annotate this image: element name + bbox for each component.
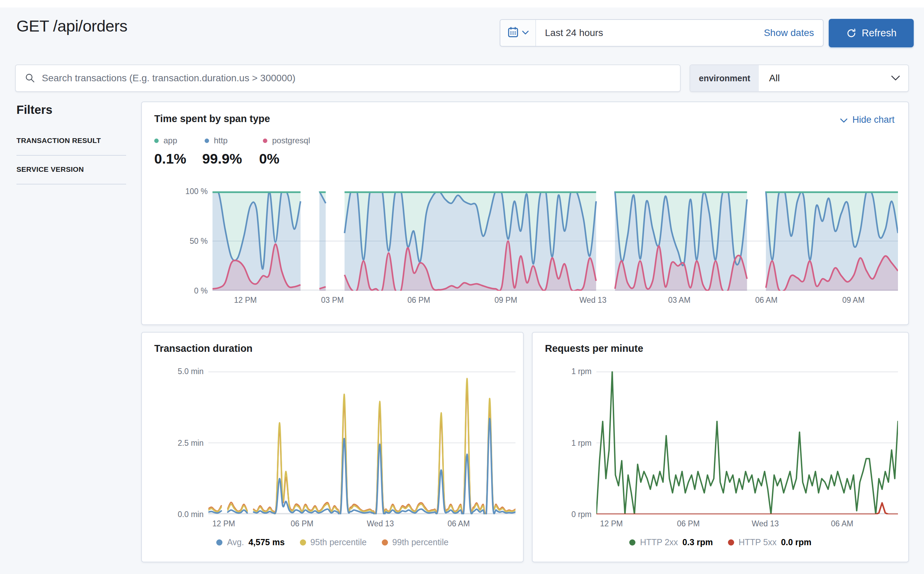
legend-value: 4,575 ms (249, 537, 285, 547)
span-legend-item[interactable]: app (154, 136, 205, 145)
rpm-chart-legend: HTTP 2xx0.3 rpmHTTP 5xx0.0 rpm (533, 537, 908, 547)
legend-label: http (214, 136, 228, 145)
legend-label: postgresql (272, 136, 310, 145)
filter-section-transaction-result: TRANSACTION RESULT (16, 136, 126, 145)
refresh-icon (846, 28, 857, 39)
legend-item[interactable]: 99th percentile (382, 537, 449, 547)
requests-per-minute-chart: 1 rpm1 rpm0 rpm 12 PM06 PMWed 1306 AM (544, 371, 898, 533)
legend-label: Avg. (227, 537, 244, 547)
refresh-button[interactable]: Refresh (829, 19, 914, 47)
hide-chart-link[interactable]: Hide chart (840, 115, 894, 125)
span-chart-plot[interactable] (213, 191, 898, 291)
y-axis-label: 100 % (186, 187, 208, 196)
y-axis-label: 1 rpm (571, 367, 592, 376)
show-dates-link[interactable]: Show dates (764, 20, 823, 46)
legend-dot-icon (728, 539, 734, 546)
duration-chart-title: Transaction duration (154, 343, 253, 354)
top-strip (0, 0, 924, 8)
calendar-icon (507, 26, 519, 40)
span-type-chart: 100 %50 %0 % 12 PM03 PM06 PM09 PMWed 130… (154, 191, 898, 310)
legend-item[interactable]: HTTP 2xx0.3 rpm (629, 537, 713, 547)
legend-item[interactable]: HTTP 5xx0.0 rpm (728, 537, 812, 547)
y-axis-label: 0.0 min (178, 510, 203, 519)
x-axis-label: 06 PM (677, 519, 699, 528)
legend-dot-icon (382, 539, 388, 546)
duration-chart-plot[interactable] (208, 371, 515, 514)
divider (16, 184, 126, 184)
x-axis-label: 06 AM (755, 296, 777, 305)
x-axis-label: 09 AM (842, 296, 864, 305)
x-axis: 12 PM03 PM06 PM09 PMWed 1303 AM06 AM09 A… (213, 296, 898, 306)
duration-chart-legend: Avg.4,575 ms95th percentile99th percenti… (142, 537, 523, 547)
x-axis-label: 12 PM (234, 296, 257, 305)
y-axis-label: 50 % (190, 237, 208, 246)
x-axis-label: 03 PM (321, 296, 344, 305)
filters-heading: Filters (16, 103, 126, 117)
environment-select-value[interactable]: All (759, 65, 891, 91)
apm-transaction-page: GET /api/orders Last 24 hours Show dates… (0, 0, 924, 574)
divider (16, 155, 126, 156)
x-axis-label: 06 PM (291, 519, 313, 528)
legend-label: HTTP 5xx (738, 537, 777, 547)
span-percentage-value: 99.9% (202, 151, 259, 167)
y-axis: 1 rpm1 rpm0 rpm (544, 371, 597, 514)
legend-item[interactable]: Avg.4,575 ms (216, 537, 285, 547)
legend-value: 0.3 rpm (682, 537, 713, 547)
span-percentage-value: 0% (259, 151, 279, 167)
x-axis-label: 06 AM (831, 519, 853, 528)
legend-dot-icon (263, 139, 267, 143)
chevron-down-icon (891, 65, 908, 91)
x-axis-label: 12 PM (600, 519, 623, 528)
filter-section-service-version: SERVICE VERSION (16, 165, 126, 173)
date-picker[interactable]: Last 24 hours Show dates (500, 19, 823, 47)
x-axis-label: 06 AM (448, 519, 470, 528)
environment-select-label: environment (690, 65, 759, 91)
y-axis: 100 %50 %0 % (154, 191, 213, 291)
refresh-label: Refresh (862, 27, 897, 39)
y-axis-label: 2.5 min (178, 438, 203, 448)
legend-dot-icon (154, 139, 159, 143)
span-legend-item[interactable]: postgresql (263, 136, 310, 145)
legend-label: HTTP 2xx (640, 537, 678, 547)
date-picker-menu-button[interactable] (501, 20, 536, 46)
span-legend-item[interactable]: http (205, 136, 263, 145)
span-percentages: 0.1%99.9%0% (154, 151, 279, 167)
legend-dot-icon (205, 139, 209, 143)
search-bar (15, 65, 681, 92)
legend-dot-icon (629, 539, 636, 546)
legend-label: 99th percentile (392, 537, 449, 547)
filters-panel: Filters TRANSACTION RESULT SERVICE VERSI… (16, 103, 126, 184)
search-icon (25, 73, 36, 84)
span-chart-legend: apphttppostgresql (154, 136, 310, 145)
page-title: GET /api/orders (16, 16, 127, 35)
y-axis-label: 0 % (194, 286, 208, 296)
x-axis-label: Wed 13 (367, 519, 394, 528)
x-axis: 12 PM06 PMWed 1306 AM (597, 519, 898, 530)
x-axis-label: 12 PM (213, 519, 235, 528)
x-axis-label: 09 PM (494, 296, 517, 305)
rpm-chart-plot[interactable] (597, 371, 898, 514)
chevron-down-icon (840, 115, 848, 125)
legend-dot-icon (300, 539, 306, 546)
x-axis-label: Wed 13 (579, 296, 607, 305)
legend-label: 95th percentile (310, 537, 367, 547)
span-chart-title: Time spent by span type (154, 113, 270, 125)
y-axis-label: 1 rpm (571, 438, 592, 448)
chevron-down-icon (522, 30, 529, 36)
span-percentage-value: 0.1% (154, 151, 202, 167)
legend-label: app (164, 136, 177, 145)
legend-dot-icon (216, 539, 222, 546)
legend-item[interactable]: 95th percentile (300, 537, 367, 547)
y-axis: 5.0 min2.5 min0.0 min (154, 371, 208, 514)
y-axis-label: 5.0 min (178, 367, 203, 376)
x-axis-label: 06 PM (408, 296, 430, 305)
date-range-value[interactable]: Last 24 hours (536, 20, 764, 46)
x-axis: 12 PM06 PMWed 1306 AM (208, 519, 515, 530)
legend-value: 0.0 rpm (781, 537, 812, 547)
search-input[interactable] (42, 65, 680, 91)
transaction-duration-chart: 5.0 min2.5 min0.0 min 12 PM06 PMWed 1306… (154, 371, 515, 533)
rpm-chart-title: Requests per minute (545, 343, 643, 354)
x-axis-label: Wed 13 (752, 519, 779, 528)
y-axis-label: 0 rpm (571, 510, 592, 519)
environment-select[interactable]: environment All (689, 65, 909, 92)
